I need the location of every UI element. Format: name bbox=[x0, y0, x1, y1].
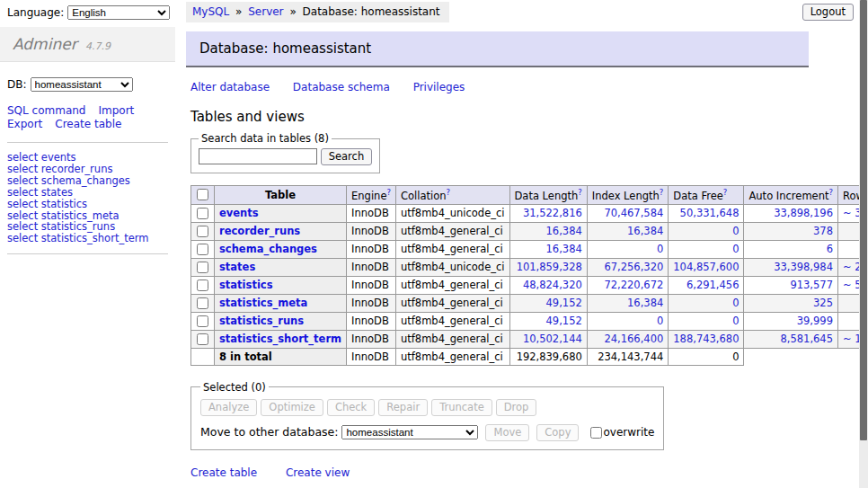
sidebar-link-import[interactable]: Import bbox=[98, 104, 134, 117]
selected-fieldset: Selected (0) AnalyzeOptimizeCheckRepairT… bbox=[190, 381, 664, 450]
table-name-link[interactable]: events bbox=[219, 207, 259, 219]
data-free-link[interactable]: 104,857,600 bbox=[673, 261, 739, 273]
sidebar-table-link[interactable]: select schema_changes bbox=[7, 175, 168, 187]
breadcrumb-mysql-link[interactable]: MySQL bbox=[192, 5, 229, 18]
row-checkbox[interactable] bbox=[197, 297, 208, 309]
table-name-link[interactable]: statistics_meta bbox=[219, 297, 307, 309]
data-free-link[interactable]: 0 bbox=[732, 243, 739, 255]
data-free-link[interactable]: 6,291,456 bbox=[686, 279, 740, 291]
data-free-link[interactable]: 50,331,648 bbox=[680, 207, 740, 219]
help-link[interactable]: ? bbox=[578, 188, 582, 197]
auto-increment-link[interactable]: 325 bbox=[813, 297, 833, 309]
index-length-link[interactable]: 16,384 bbox=[627, 225, 663, 237]
help-link[interactable]: ? bbox=[723, 188, 728, 197]
row-checkbox[interactable] bbox=[197, 333, 208, 345]
overwrite-checkbox[interactable] bbox=[590, 427, 602, 439]
data-length-link[interactable]: 10,502,144 bbox=[523, 333, 582, 345]
help-link[interactable]: ? bbox=[828, 188, 833, 197]
sidebar-table-link[interactable]: select statistics bbox=[7, 199, 168, 210]
data-free-link[interactable]: 0 bbox=[732, 225, 739, 237]
check-button[interactable]: Check bbox=[327, 399, 375, 416]
sidebar-link-sql-command[interactable]: SQL command bbox=[7, 104, 85, 117]
data-length-link[interactable]: 16,384 bbox=[546, 243, 582, 255]
privileges-link[interactable]: Privileges bbox=[413, 81, 465, 93]
table-name-link[interactable]: statistics_runs bbox=[219, 315, 304, 327]
column-header: Data Free? bbox=[669, 186, 744, 205]
alter-database-link[interactable]: Alter database bbox=[190, 81, 270, 93]
sidebar-link-create-table[interactable]: Create table bbox=[55, 118, 121, 130]
row-checkbox[interactable] bbox=[197, 279, 208, 291]
copy-button[interactable]: Copy bbox=[536, 424, 579, 441]
row-checkbox[interactable] bbox=[197, 244, 208, 255]
data-length-link[interactable]: 101,859,328 bbox=[517, 261, 582, 273]
data-length-link[interactable]: 16,384 bbox=[546, 225, 582, 237]
engine-cell: InnoDB bbox=[347, 294, 396, 312]
data-length-link[interactable]: 49,152 bbox=[546, 297, 582, 309]
table-name-link[interactable]: states bbox=[219, 261, 255, 273]
db-select[interactable]: homeassistant bbox=[31, 77, 133, 92]
help-link[interactable]: ? bbox=[447, 188, 451, 197]
index-length-link[interactable]: 0 bbox=[657, 243, 663, 255]
row-checkbox[interactable] bbox=[197, 315, 208, 327]
help-link[interactable]: ? bbox=[386, 188, 391, 197]
tables-table-body: eventsInnoDButf8mb4_unicode_ci31,522,816… bbox=[191, 204, 868, 348]
data-free-link[interactable]: 0 bbox=[732, 315, 739, 327]
data-length-link[interactable]: 49,152 bbox=[546, 315, 582, 327]
total-engine: InnoDB bbox=[347, 348, 396, 365]
data-free-link[interactable]: 0 bbox=[732, 297, 739, 309]
auto-increment-link[interactable]: 33,398,984 bbox=[774, 261, 833, 273]
db-label: DB: bbox=[7, 78, 27, 91]
logout-button[interactable]: Logout bbox=[802, 4, 854, 21]
search-button[interactable]: Search bbox=[321, 148, 373, 165]
truncate-button[interactable]: Truncate bbox=[431, 399, 492, 416]
table-row: statisticsInnoDButf8mb4_general_ci48,824… bbox=[191, 276, 868, 294]
help-link[interactable]: ? bbox=[660, 188, 664, 197]
auto-increment-link[interactable]: 8,581,645 bbox=[780, 333, 833, 345]
tables-heading: Tables and views bbox=[190, 109, 809, 125]
auto-increment-link[interactable]: 33,898,196 bbox=[774, 207, 833, 219]
move-button[interactable]: Move bbox=[485, 424, 529, 441]
index-length-link[interactable]: 16,384 bbox=[627, 297, 663, 309]
sidebar-table-link[interactable]: select events bbox=[7, 152, 168, 164]
sidebar-table-link[interactable]: select statistics_short_term bbox=[7, 233, 168, 244]
table-name-link[interactable]: recorder_runs bbox=[219, 225, 300, 237]
language-select[interactable]: English bbox=[67, 5, 170, 20]
select-all-checkbox[interactable] bbox=[197, 189, 208, 200]
vertical-scrollbar[interactable] bbox=[859, 0, 868, 488]
index-length-link[interactable]: 0 bbox=[657, 315, 663, 327]
repair-button[interactable]: Repair bbox=[378, 399, 428, 416]
analyze-button[interactable]: Analyze bbox=[200, 399, 257, 416]
index-length-link[interactable]: 72,220,672 bbox=[604, 279, 663, 291]
data-length-link[interactable]: 48,824,320 bbox=[523, 279, 582, 291]
engine-cell: InnoDB bbox=[347, 330, 396, 348]
sidebar-table-link[interactable]: select recorder_runs bbox=[7, 164, 168, 175]
sidebar-table-link[interactable]: select states bbox=[7, 187, 168, 199]
index-length-link[interactable]: 67,256,320 bbox=[604, 261, 663, 273]
table-name-link[interactable]: statistics_short_term bbox=[219, 333, 341, 345]
table-name-link[interactable]: statistics bbox=[219, 279, 273, 291]
row-checkbox[interactable] bbox=[197, 208, 208, 219]
auto-increment-link[interactable]: 913,577 bbox=[790, 279, 833, 291]
row-checkbox[interactable] bbox=[197, 262, 208, 273]
index-length-link[interactable]: 70,467,584 bbox=[604, 207, 663, 219]
auto-increment-link[interactable]: 6 bbox=[827, 243, 833, 255]
scrollbar-thumb[interactable] bbox=[860, 0, 867, 440]
auto-increment-link[interactable]: 378 bbox=[813, 225, 833, 237]
breadcrumb-server-link[interactable]: Server bbox=[248, 5, 283, 18]
create-table-link[interactable]: Create table bbox=[190, 466, 257, 479]
move-db-select[interactable]: homeassistant bbox=[341, 425, 478, 439]
create-view-link[interactable]: Create view bbox=[286, 466, 350, 479]
optimize-button[interactable]: Optimize bbox=[261, 399, 323, 416]
column-header: Collation? bbox=[395, 186, 509, 205]
sidebar-link-export[interactable]: Export bbox=[7, 118, 42, 130]
database-schema-link[interactable]: Database schema bbox=[293, 81, 390, 93]
index-length-link[interactable]: 24,166,400 bbox=[604, 333, 663, 345]
auto-increment-link[interactable]: 39,999 bbox=[797, 315, 833, 327]
search-input[interactable] bbox=[199, 148, 317, 164]
data-length-link[interactable]: 31,522,816 bbox=[523, 207, 582, 219]
search-fieldset: Search data in tables (8) Search bbox=[190, 132, 380, 173]
data-free-link[interactable]: 188,743,680 bbox=[673, 333, 739, 345]
drop-button[interactable]: Drop bbox=[496, 399, 537, 416]
row-checkbox[interactable] bbox=[197, 226, 208, 237]
table-name-link[interactable]: schema_changes bbox=[219, 243, 317, 255]
